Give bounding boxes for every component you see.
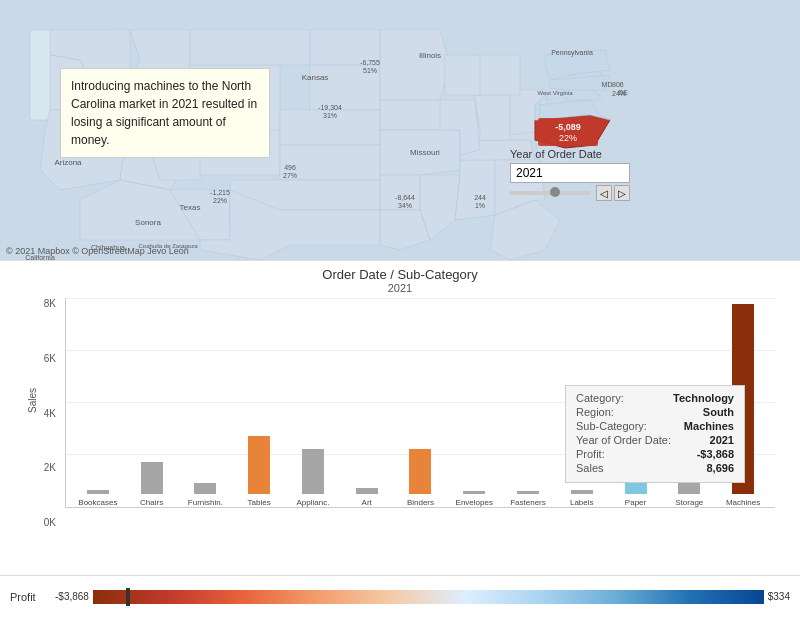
bar-bookcases xyxy=(87,490,109,494)
bar-group-tables[interactable]: Tables xyxy=(232,298,286,507)
bar-label-storage: Storage xyxy=(669,498,709,507)
bar-fasteners xyxy=(517,491,539,494)
bar-furnishin. xyxy=(194,483,216,494)
tooltip-region-value: South xyxy=(703,406,734,418)
svg-text:Kansas: Kansas xyxy=(302,73,329,82)
svg-text:51%: 51% xyxy=(363,67,377,74)
year-next-btn[interactable]: ▷ xyxy=(614,185,630,201)
svg-text:Texas: Texas xyxy=(180,203,201,212)
y-tick-2k: 2K xyxy=(44,462,56,473)
bar-binders xyxy=(409,449,431,494)
svg-text:22%: 22% xyxy=(213,197,227,204)
y-tick-4k: 4K xyxy=(44,408,56,419)
svg-marker-32 xyxy=(445,55,480,95)
bar-label-paper: Paper xyxy=(616,498,656,507)
svg-text:-6,755: -6,755 xyxy=(360,59,380,66)
svg-text:31%: 31% xyxy=(323,112,337,119)
profit-marker xyxy=(126,588,130,606)
svg-marker-12 xyxy=(190,30,310,65)
tooltip-category-value: Technology xyxy=(673,392,734,404)
year-prev-btn[interactable]: ◁ xyxy=(596,185,612,201)
y-tick-0k: 0K xyxy=(44,517,56,528)
year-slider[interactable] xyxy=(510,191,590,195)
svg-text:22%: 22% xyxy=(559,133,577,143)
svg-text:Arizona: Arizona xyxy=(54,158,82,167)
bar-label-envelopes: Envelopes xyxy=(454,498,494,507)
bar-labels xyxy=(571,490,593,494)
tooltip-region-label: Region: xyxy=(576,406,614,418)
profit-min: -$3,868 xyxy=(55,591,89,602)
svg-marker-31 xyxy=(475,55,520,95)
svg-text:496: 496 xyxy=(284,164,296,171)
map-section: -5,089 22% Colorado Kansas Missouri Ariz… xyxy=(0,0,800,260)
year-filter: Year of Order Date ◁ ▷ xyxy=(510,148,630,201)
bar-group-fasteners[interactable]: Fasteners xyxy=(501,298,555,507)
svg-text:-19,304: -19,304 xyxy=(318,104,342,111)
profit-bar-section: Profit -$3,868 $334 xyxy=(0,575,800,617)
bar-label-chairs: Chairs xyxy=(132,498,172,507)
profit-gradient-bar xyxy=(93,590,764,604)
svg-text:Pennsylvania: Pennsylvania xyxy=(551,49,593,57)
bar-group-binders[interactable]: Binders xyxy=(394,298,448,507)
svg-text:West Virginia: West Virginia xyxy=(537,90,573,96)
bar-label-labels: Labels xyxy=(562,498,602,507)
svg-text:Missouri: Missouri xyxy=(410,148,440,157)
bar-art xyxy=(356,488,378,494)
bar-group-furnishin.[interactable]: Furnishin. xyxy=(179,298,233,507)
y-axis: 8K 6K 4K 2K 0K xyxy=(25,298,60,528)
bar-group-bookcases[interactable]: Bookcases xyxy=(71,298,125,507)
y-tick-8k: 8K xyxy=(44,298,56,309)
svg-text:-5,089: -5,089 xyxy=(555,122,581,132)
svg-text:24%: 24% xyxy=(612,90,626,97)
annotation-text: Introducing machines to the North Caroli… xyxy=(71,79,257,147)
chart-section: Order Date / Sub-Category 2021 Sales 8K … xyxy=(0,260,800,575)
year-filter-input[interactable] xyxy=(510,163,630,183)
svg-marker-29 xyxy=(475,95,510,140)
svg-text:-1,215: -1,215 xyxy=(210,189,230,196)
bar-label-fasteners: Fasteners xyxy=(508,498,548,507)
bar-chairs xyxy=(141,462,163,494)
tooltip-subcategory-value: Machines xyxy=(684,420,734,432)
bar-label-tables: Tables xyxy=(239,498,279,507)
svg-text:Sonora: Sonora xyxy=(135,218,161,227)
chart-area: Sales 8K 6K 4K 2K 0K BookcasesChairsFurn… xyxy=(25,298,775,528)
tooltip-year-value: 2021 xyxy=(710,434,734,446)
bar-envelopes xyxy=(463,491,485,494)
bar-label-furnishin.: Furnishin. xyxy=(185,498,225,507)
y-tick-6k: 6K xyxy=(44,353,56,364)
svg-text:806: 806 xyxy=(612,81,624,88)
bar-group-chairs[interactable]: Chairs xyxy=(125,298,179,507)
svg-marker-25 xyxy=(455,160,495,220)
bar-tables xyxy=(248,436,270,494)
tooltip-profit-label: Profit: xyxy=(576,448,605,460)
chart-tooltip: Category: Technology Region: South Sub-C… xyxy=(565,385,745,483)
bar-applianc. xyxy=(302,449,324,494)
bar-label-machines: Machines xyxy=(723,498,763,507)
bar-label-bookcases: Bookcases xyxy=(78,498,118,507)
bar-group-envelopes[interactable]: Envelopes xyxy=(447,298,501,507)
svg-text:34%: 34% xyxy=(398,202,412,209)
tooltip-profit-value: -$3,868 xyxy=(697,448,734,460)
bar-label-binders: Binders xyxy=(400,498,440,507)
bar-group-art[interactable]: Art xyxy=(340,298,394,507)
map-attribution: © 2021 Mapbox © OpenStreetMap Jevo León xyxy=(6,246,189,256)
chart-title: Order Date / Sub-Category xyxy=(0,261,800,282)
tooltip-category-label: Category: xyxy=(576,392,624,404)
profit-bar-values: -$3,868 $334 xyxy=(55,590,790,604)
tooltip-sales-label: Sales xyxy=(576,462,604,474)
svg-text:27%: 27% xyxy=(283,172,297,179)
svg-text:Illinois: Illinois xyxy=(419,51,441,60)
tooltip-subcategory-label: Sub-Category: xyxy=(576,420,647,432)
annotation-box: Introducing machines to the North Caroli… xyxy=(60,68,270,158)
profit-bar-label: Profit xyxy=(10,591,45,603)
profit-max: $334 xyxy=(768,591,790,602)
svg-marker-19 xyxy=(380,30,450,100)
bar-group-applianc.[interactable]: Applianc. xyxy=(286,298,340,507)
tooltip-sales-value: 8,696 xyxy=(706,462,734,474)
bar-label-applianc.: Applianc. xyxy=(293,498,333,507)
svg-text:MD: MD xyxy=(602,81,613,88)
svg-text:-8,644: -8,644 xyxy=(395,194,415,201)
year-filter-label: Year of Order Date xyxy=(510,148,630,160)
bar-label-art: Art xyxy=(347,498,387,507)
svg-text:1%: 1% xyxy=(475,202,485,209)
